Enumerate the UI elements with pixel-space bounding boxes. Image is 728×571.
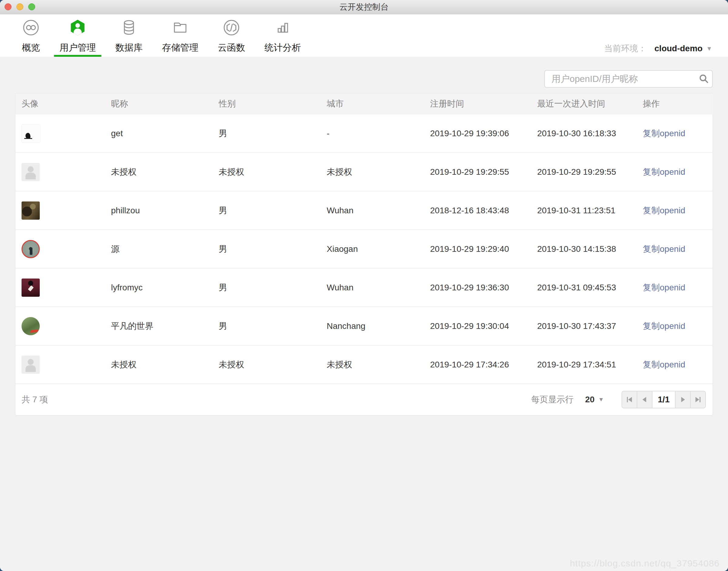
user-table-card: 头像 昵称 性别 城市 注册时间 最近一次进入时间 操作 get 男 - [15, 93, 713, 415]
page-indicator: 1/1 [652, 391, 675, 408]
column-header-last-seen: 最近一次进入时间 [530, 94, 636, 114]
registered-cell: 2019-10-29 19:29:55 [423, 152, 530, 191]
avatar [21, 163, 40, 181]
last-page-button[interactable] [690, 391, 705, 408]
database-icon [120, 19, 137, 36]
tab-label: 云函数 [218, 41, 245, 54]
search-box [544, 70, 713, 88]
tab-overview[interactable]: 概览 [22, 14, 40, 57]
last-seen-cell: 2019-10-30 14:15:38 [530, 230, 636, 268]
search-input[interactable] [545, 74, 695, 84]
user-management-icon [69, 19, 86, 36]
gender-cell: 男 [212, 230, 320, 268]
table-row: phillzou 男 Wuhan 2018-12-16 18:43:48 201… [15, 191, 713, 230]
registered-cell: 2019-10-29 19:29:40 [423, 230, 530, 268]
column-header-gender: 性别 [212, 94, 320, 114]
page-size-dropdown[interactable]: 20 ▼ [585, 395, 604, 405]
gender-cell: 男 [212, 114, 320, 153]
copy-openid-link[interactable]: 复制openid [643, 129, 685, 138]
window-title: 云开发控制台 [0, 0, 728, 14]
chevron-down-icon: ▼ [706, 45, 712, 52]
avatar [21, 278, 40, 297]
last-seen-cell: 2019-10-29 19:29:55 [530, 152, 636, 191]
table-row: 未授权 未授权 未授权 2019-10-29 17:34:26 2019-10-… [15, 345, 713, 383]
watermark-text: https://blog.csdn.net/qq_37954086 [570, 558, 720, 569]
statistics-bar-chart-icon [274, 19, 291, 36]
avatar [21, 202, 40, 220]
table-row: get 男 - 2019-10-29 19:39:06 2019-10-30 1… [15, 114, 713, 153]
content-area: 头像 昵称 性别 城市 注册时间 最近一次进入时间 操作 get 男 - [0, 57, 728, 571]
avatar [21, 317, 40, 335]
traffic-lights [5, 3, 35, 10]
minimize-button[interactable] [16, 3, 23, 10]
last-seen-cell: 2019-10-31 11:23:51 [530, 191, 636, 230]
city-cell: Wuhan [320, 268, 423, 307]
environment-value: cloud-demo [654, 44, 703, 53]
last-seen-cell: 2019-10-30 16:18:33 [530, 114, 636, 153]
next-page-button[interactable] [675, 391, 690, 408]
previous-page-button[interactable] [637, 391, 652, 408]
first-page-button[interactable] [622, 391, 637, 408]
table-row: 源 男 Xiaogan 2019-10-29 19:29:40 2019-10-… [15, 230, 713, 268]
city-cell: Wuhan [320, 191, 423, 230]
city-cell: Xiaogan [320, 230, 423, 268]
registered-cell: 2019-10-29 17:34:26 [423, 345, 530, 383]
user-table: 头像 昵称 性别 城市 注册时间 最近一次进入时间 操作 get 男 - [15, 94, 713, 383]
gender-cell: 男 [212, 307, 320, 345]
nav-bar: 概览 用户管理 [0, 14, 728, 57]
copy-openid-link[interactable]: 复制openid [643, 206, 685, 215]
tab-storage[interactable]: 存储管理 [162, 14, 199, 57]
environment-selector[interactable]: 当前环境： cloud-demo ▼ [604, 43, 712, 54]
table-row: 平凡的世界 男 Nanchang 2019-10-29 19:30:04 201… [15, 307, 713, 345]
table-row: lyfromyc 男 Wuhan 2019-10-29 19:36:30 201… [15, 268, 713, 307]
tab-user-management[interactable]: 用户管理 [59, 14, 96, 57]
avatar [21, 240, 40, 258]
column-header-city: 城市 [320, 94, 423, 114]
tab-statistics[interactable]: 统计分析 [264, 14, 301, 57]
registered-cell: 2019-10-29 19:30:04 [423, 307, 530, 345]
registered-cell: 2018-12-16 18:43:48 [423, 191, 530, 230]
column-header-avatar: 头像 [15, 94, 104, 114]
copy-openid-link[interactable]: 复制openid [643, 244, 685, 254]
total-count-label: 共 7 项 [21, 394, 48, 405]
tab-cloud-function[interactable]: 云函数 [218, 14, 245, 57]
copy-openid-link[interactable]: 复制openid [643, 360, 685, 369]
table-header-row: 头像 昵称 性别 城市 注册时间 最近一次进入时间 操作 [15, 94, 713, 114]
zoom-button[interactable] [28, 3, 35, 10]
overview-icon [22, 19, 39, 36]
last-seen-cell: 2019-10-31 09:45:53 [530, 268, 636, 307]
close-button[interactable] [5, 3, 11, 10]
page-size-value: 20 [585, 395, 595, 405]
nickname-cell: lyfromyc [104, 268, 212, 307]
page-size-label: 每页显示行 [531, 394, 574, 405]
copy-openid-link[interactable]: 复制openid [643, 167, 685, 177]
avatar [21, 124, 40, 143]
titlebar: 云开发控制台 [0, 0, 728, 14]
tab-database[interactable]: 数据库 [115, 14, 143, 57]
copy-openid-link[interactable]: 复制openid [643, 283, 685, 292]
cloud-function-icon [223, 19, 240, 36]
environment-label: 当前环境： [604, 43, 647, 54]
nickname-cell: 未授权 [104, 152, 212, 191]
search-icon[interactable] [695, 71, 712, 87]
pager: 1/1 [621, 391, 706, 409]
city-cell: Nanchang [320, 307, 423, 345]
table-row: 未授权 未授权 未授权 2019-10-29 19:29:55 2019-10-… [15, 152, 713, 191]
last-seen-cell: 2019-10-29 17:34:51 [530, 345, 636, 383]
nickname-cell: 未授权 [104, 345, 212, 383]
gender-cell: 未授权 [212, 152, 320, 191]
last-seen-cell: 2019-10-30 17:43:37 [530, 307, 636, 345]
storage-folder-icon [172, 19, 189, 36]
column-header-registered: 注册时间 [423, 94, 530, 114]
tab-label: 概览 [22, 41, 40, 54]
column-header-nickname: 昵称 [104, 94, 212, 114]
gender-cell: 未授权 [212, 345, 320, 383]
nickname-cell: 源 [104, 230, 212, 268]
registered-cell: 2019-10-29 19:36:30 [423, 268, 530, 307]
gender-cell: 男 [212, 268, 320, 307]
copy-openid-link[interactable]: 复制openid [643, 321, 685, 331]
city-cell: 未授权 [320, 152, 423, 191]
avatar [21, 356, 40, 374]
app-window: 云开发控制台 概览 [0, 0, 728, 571]
nickname-cell: get [104, 114, 212, 153]
